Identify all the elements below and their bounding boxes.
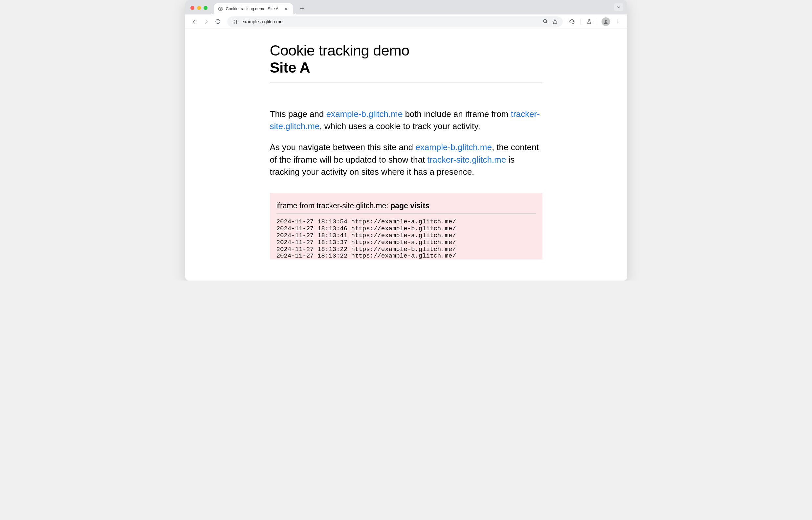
browser-toolbar: example-a.glitch.me <box>185 15 627 29</box>
window-controls <box>190 6 208 15</box>
svg-point-20 <box>617 20 618 20</box>
window-maximize-button[interactable] <box>204 6 208 10</box>
svg-point-19 <box>605 20 606 21</box>
svg-line-15 <box>546 22 548 24</box>
back-button[interactable] <box>189 17 200 27</box>
eye-icon <box>218 6 223 11</box>
window-minimize-button[interactable] <box>197 6 201 10</box>
tab-strip: Cookie tracking demo: Site A <box>185 0 627 15</box>
heading-line-1: Cookie tracking demo <box>270 42 409 59</box>
divider <box>598 19 598 25</box>
window-close-button[interactable] <box>190 6 194 10</box>
svg-point-0 <box>220 8 221 9</box>
zoom-icon[interactable] <box>542 18 549 25</box>
tab-search-button[interactable] <box>614 3 623 11</box>
profile-button[interactable] <box>601 18 610 26</box>
bookmark-star-icon[interactable] <box>551 18 558 25</box>
tab-close-button[interactable] <box>284 6 289 11</box>
extensions-icon[interactable] <box>567 17 577 27</box>
svg-point-21 <box>617 21 618 22</box>
page-content: Cookie tracking demo Site A This page an… <box>185 29 627 281</box>
url-text: example-a.glitch.me <box>242 19 283 24</box>
browser-window: Cookie tracking demo: Site A <box>185 0 627 281</box>
tracker-iframe: iframe from tracker-site.glitch.me: page… <box>270 193 542 260</box>
visit-log: 2024-11-27 18:13:54 https://example-a.gl… <box>276 218 536 260</box>
intro-paragraph-2: As you navigate between this site and ex… <box>270 141 542 178</box>
forward-button[interactable] <box>201 17 212 27</box>
browser-tab[interactable]: Cookie tracking demo: Site A <box>214 3 293 15</box>
page-heading: Cookie tracking demo Site A <box>270 42 542 82</box>
address-bar[interactable]: example-a.glitch.me <box>227 17 563 27</box>
link-example-b[interactable]: example-b.glitch.me <box>326 109 403 119</box>
reload-button[interactable] <box>213 17 223 27</box>
tab-title: Cookie tracking demo: Site A <box>226 6 279 11</box>
site-info-icon[interactable] <box>232 19 238 25</box>
divider <box>580 19 581 25</box>
svg-marker-18 <box>552 19 557 24</box>
link-example-b[interactable]: example-b.glitch.me <box>415 142 492 152</box>
heading-line-2: Site A <box>270 59 542 76</box>
labs-icon[interactable] <box>584 17 595 27</box>
iframe-heading: iframe from tracker-site.glitch.me: page… <box>276 201 536 214</box>
intro-paragraph-1: This page and example-b.glitch.me both i… <box>270 108 542 133</box>
new-tab-button[interactable] <box>297 4 307 13</box>
link-tracker-site[interactable]: tracker-site.glitch.me <box>427 155 506 164</box>
chrome-menu-button[interactable] <box>613 17 623 27</box>
svg-point-22 <box>617 23 618 23</box>
